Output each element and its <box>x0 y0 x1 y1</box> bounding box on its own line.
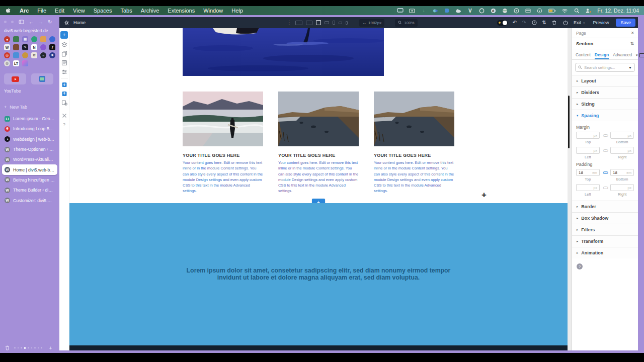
pinned-favicon[interactable]: ▦ <box>22 36 28 42</box>
tab-lorem-ipsum[interactable]: Li Lorem ipsum - Generat... <box>2 114 57 124</box>
pinned-favicon[interactable]: ❖ <box>49 52 55 58</box>
menu-file[interactable]: File <box>37 8 46 14</box>
pinned-favicon[interactable] <box>13 44 19 50</box>
blurb-title[interactable]: YOUR TITLE GOES HERE <box>374 153 454 158</box>
blurb-title[interactable]: YOUR TITLE GOES HERE <box>278 153 359 158</box>
portability-power-icon[interactable] <box>562 20 569 26</box>
menu-extensions[interactable]: Extensions <box>168 8 195 14</box>
pinned-tab-site[interactable] <box>31 73 53 84</box>
pinned-favicon[interactable]: N <box>31 44 37 50</box>
pinned-favicon[interactable]: ◍ <box>4 60 10 66</box>
pinned-favicon[interactable] <box>40 44 46 50</box>
space-dot[interactable] <box>18 347 19 349</box>
lorem-text-module[interactable]: Lorem ipsum dolor sit amet, consetetur s… <box>178 267 459 282</box>
menubar-clock[interactable]: Fr. 12. Dez. 11:04 <box>597 8 639 14</box>
space-dot[interactable] <box>21 347 22 349</box>
exit-button[interactable]: Exit <box>574 20 581 25</box>
battery-status-icon[interactable] <box>548 8 556 14</box>
tab-design[interactable]: Design <box>595 52 609 59</box>
pinned-favicon[interactable] <box>22 52 28 58</box>
trash-archive-icon[interactable] <box>4 345 10 351</box>
tab-advanced[interactable]: Advanced <box>613 52 632 59</box>
filter-funnel-icon[interactable]: ▼ <box>628 66 632 69</box>
blue-text-section[interactable]: Lorem ipsum dolor sit amet, consetetur s… <box>69 203 568 345</box>
space-dot-active[interactable] <box>24 347 26 349</box>
user-switch-status-icon[interactable] <box>585 8 592 14</box>
view-options-dots-icon[interactable]: ⋮ <box>287 20 292 25</box>
pinned-favicon[interactable]: LT <box>13 60 19 66</box>
menu-help[interactable]: Help <box>231 8 243 14</box>
blurb-title[interactable]: YOUR TITLE GOES HERE <box>183 153 263 158</box>
tab-webdesign[interactable]: ◑ Webdesign | web-begei... <box>2 134 57 144</box>
menu-archive[interactable]: Archive <box>141 8 159 14</box>
space-dot[interactable] <box>38 347 39 349</box>
panel-help-icon[interactable]: ? <box>577 263 583 269</box>
d-app-status-icon[interactable]: d <box>490 8 496 14</box>
padding-left-field[interactable]: px <box>576 184 600 191</box>
panel-expand-icon[interactable] <box>639 53 644 57</box>
blurb-body[interactable]: Your content goes here. Edit or remove t… <box>374 160 454 194</box>
v-app-status-icon[interactable]: V <box>467 8 473 14</box>
new-tab-button[interactable]: + New Tab <box>4 105 27 110</box>
pinned-favicon[interactable]: f <box>49 44 55 50</box>
device-tablet-icon[interactable] <box>325 21 329 24</box>
notes-icon[interactable] <box>61 60 67 66</box>
pinned-favicon[interactable] <box>49 36 55 42</box>
close-panel-icon[interactable]: × <box>631 30 634 36</box>
play-app-status-icon[interactable] <box>513 8 519 14</box>
space-dot[interactable] <box>28 347 29 349</box>
builder-help-icon[interactable]: ? <box>61 122 67 128</box>
padding-right-field[interactable]: px <box>610 184 634 191</box>
margin-bottom-field[interactable]: px <box>610 132 634 139</box>
margin-left-field[interactable]: px <box>576 147 600 154</box>
wifi-status-icon[interactable] <box>561 8 568 14</box>
menu-view[interactable]: View <box>73 8 85 14</box>
group-filters[interactable]: ▸ Filters <box>572 224 638 235</box>
page-settings-gear-icon[interactable] <box>63 20 69 26</box>
spotlight-search-icon[interactable] <box>574 8 580 14</box>
display-status-icon[interactable] <box>397 8 404 14</box>
wireframe-sliders-icon[interactable] <box>61 69 67 75</box>
tab-theme-builder[interactable]: W Theme Builder ‹ divi5.w... <box>2 185 57 195</box>
exit-caret-icon[interactable]: ▾ <box>583 21 585 25</box>
margin-vertical-link-icon[interactable]: ⊂⊃ <box>600 133 610 138</box>
device-desktop-icon[interactable] <box>295 21 302 25</box>
margin-right-field[interactable]: px <box>610 147 634 154</box>
teams-status-icon[interactable] <box>432 8 438 14</box>
settings-search-box[interactable]: ▼ <box>575 63 635 72</box>
pinned-favicon[interactable] <box>13 36 19 42</box>
history-clock-icon[interactable] <box>531 20 537 26</box>
redo-icon[interactable]: ↷ <box>522 20 526 25</box>
pages-icon[interactable] <box>61 51 67 57</box>
group-transform[interactable]: ▸ Transform <box>572 235 638 247</box>
group-box-shadow[interactable]: ▸ Box Shadow <box>572 212 638 224</box>
space-dot[interactable] <box>31 347 33 349</box>
tab-wordpress-updates[interactable]: W WordPress-Aktualisieru... <box>2 154 57 164</box>
device-tablet-landscape-icon[interactable] <box>316 20 321 25</box>
trash-icon[interactable] <box>551 20 557 26</box>
ball-app-status-icon[interactable] <box>502 8 508 14</box>
padding-vertical-link-icon-linked[interactable]: ⊂⊃ <box>600 170 610 175</box>
device-laptop-icon[interactable] <box>306 21 312 25</box>
pinned-favicon[interactable]: ✎ <box>22 44 28 50</box>
reload-button-icon[interactable]: ↻ <box>48 19 52 25</box>
window-grid-status-icon[interactable] <box>525 8 531 14</box>
preview-button[interactable]: Preview <box>593 20 609 25</box>
tab-home-active[interactable]: W Home | divi5.web-begei... <box>2 164 57 174</box>
group-layout[interactable]: ▸ Layout <box>572 75 638 86</box>
tab-theme-optionen[interactable]: W Theme-Optionen ‹ divi5... <box>2 144 57 154</box>
group-sizing[interactable]: ▸ Sizing <box>572 98 638 110</box>
device-phone-small-icon[interactable] <box>346 21 348 25</box>
device-phone-icon[interactable] <box>333 21 335 25</box>
portability-settings-icon[interactable] <box>61 100 67 106</box>
tabs-caret-icon[interactable]: ▾ <box>636 53 638 57</box>
margin-top-field[interactable]: px <box>576 132 600 139</box>
tab-content[interactable]: Content <box>576 52 591 59</box>
save-to-library-icon[interactable] <box>61 81 67 87</box>
blurb-column-3[interactable]: YOUR TITLE GOES HERE Your content goes h… <box>374 92 454 194</box>
group-animation[interactable]: ▸ Animation <box>572 247 638 258</box>
window-control-dot[interactable] <box>11 21 14 23</box>
tab-customizer[interactable]: W Customizer: divi5.web-... <box>2 195 57 205</box>
back-button-icon[interactable]: ← <box>29 19 34 25</box>
apple-menu-icon[interactable] <box>5 8 11 14</box>
